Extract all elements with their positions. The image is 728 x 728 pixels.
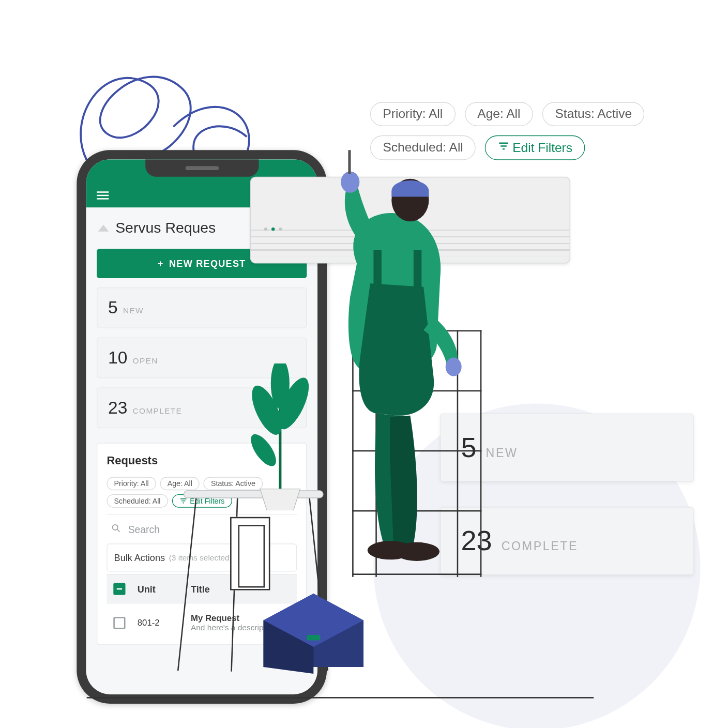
column-unit: Unit [138, 584, 191, 595]
filter-chip-age[interactable]: Age: All [160, 477, 200, 490]
stat-label: NEW [123, 306, 144, 315]
page-title: Servus Reques [115, 219, 216, 237]
filter-chip-priority[interactable]: Priority: All [107, 477, 156, 490]
hamburger-icon[interactable] [97, 191, 109, 199]
select-all-checkbox[interactable] [113, 583, 125, 595]
svg-point-0 [113, 525, 118, 530]
plus-icon: + [158, 258, 164, 269]
svg-rect-5 [307, 635, 320, 640]
callout-chip-age[interactable]: Age: All [465, 102, 533, 126]
filter-chip-scheduled[interactable]: Scheduled: All [107, 494, 168, 508]
stat-value: 5 [108, 297, 118, 318]
stat-card-new[interactable]: 5 NEW [97, 287, 307, 328]
search-placeholder: Search [128, 524, 160, 535]
filter-icon [498, 140, 510, 156]
collapse-icon[interactable] [98, 225, 109, 232]
svg-rect-6 [373, 250, 381, 297]
bulk-label: Bulk Actions [114, 552, 165, 563]
svg-rect-7 [414, 250, 421, 297]
stat-label: COMPLETE [133, 406, 182, 416]
search-icon [111, 523, 122, 536]
stat-value: 10 [108, 347, 127, 368]
stat-value: 23 [108, 398, 127, 418]
svg-point-14 [446, 357, 462, 376]
svg-rect-13 [346, 174, 353, 184]
svg-point-9 [394, 542, 439, 561]
phone-notch [145, 159, 259, 177]
toolbox-icon [257, 587, 370, 674]
callout-edit-label: Edit Filters [512, 141, 572, 155]
technician-person-icon [310, 150, 483, 577]
callout-chip-priority[interactable]: Priority: All [370, 102, 456, 126]
floor-line [87, 697, 594, 699]
technician-illustration [297, 163, 584, 590]
callout-chip-status[interactable]: Status: Active [542, 102, 645, 126]
stat-label: OPEN [133, 356, 158, 366]
row-checkbox[interactable] [113, 617, 125, 629]
callout-edit-filters[interactable]: Edit Filters [485, 135, 585, 160]
new-request-label: NEW REQUEST [169, 258, 246, 269]
svg-rect-12 [348, 150, 351, 178]
svg-point-4 [246, 430, 281, 470]
